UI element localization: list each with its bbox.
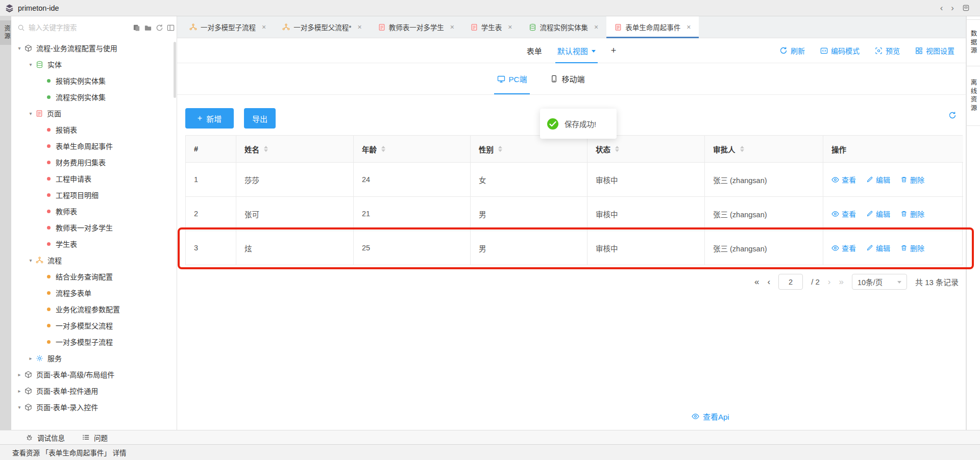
refresh-button[interactable]: 刷新 (779, 45, 805, 56)
table-cell: 3 (186, 231, 236, 265)
rail-tab-resources[interactable]: 资源 (0, 20, 11, 45)
column-header[interactable]: 性别 (471, 136, 587, 163)
expand-arrow-icon[interactable]: ▸ (15, 388, 23, 394)
tree-item[interactable]: 教师表 (11, 203, 174, 219)
sort-icon[interactable] (498, 146, 502, 152)
sort-icon[interactable] (264, 146, 268, 152)
view-settings-button[interactable]: 视图设置 (915, 45, 954, 56)
delete-link[interactable]: 删除 (900, 209, 924, 219)
column-header[interactable]: 状态 (587, 136, 705, 163)
tree-item[interactable]: 学生表 (11, 236, 174, 252)
column-header[interactable]: 姓名 (236, 136, 354, 163)
device-tab-pc[interactable]: PC端 (497, 63, 527, 94)
tree-item[interactable]: 流程实例实体集 (11, 89, 174, 105)
tree-item[interactable]: 一对多模型父流程 (11, 317, 174, 334)
tree-item[interactable]: 教师表一对多学生 (11, 219, 174, 236)
page-size-select[interactable]: 10条/页 (852, 274, 907, 290)
preview-button[interactable]: 预览 (875, 45, 900, 56)
collapse-panel-icon[interactable] (167, 24, 175, 32)
tree-item[interactable]: ▾实体 (11, 56, 174, 72)
prev-page-button[interactable]: ‹ (767, 277, 770, 286)
expand-arrow-icon[interactable]: ▸ (27, 355, 35, 361)
edit-link[interactable]: 编辑 (866, 243, 890, 253)
tree-item[interactable]: 结合业务查询配置 (11, 268, 174, 285)
code-button[interactable]: 编码模式 (820, 45, 860, 56)
form-tab[interactable]: 表单 (527, 38, 542, 63)
expand-arrow-icon[interactable]: ▸ (15, 372, 23, 377)
tree-item[interactable]: ▾流程-业务流程配置与使用 (11, 40, 174, 56)
tree-item[interactable]: ▾流程 (11, 252, 174, 268)
folder-icon[interactable] (144, 24, 152, 32)
edit-link[interactable]: 编辑 (866, 174, 890, 185)
sort-icon[interactable] (381, 146, 385, 152)
tree-item[interactable]: 业务化流程参数配置 (11, 301, 174, 317)
view-link[interactable]: 查看 (831, 174, 856, 185)
close-tab-icon[interactable]: × (508, 23, 512, 31)
editor-tab[interactable]: 一对多模型子流程× (181, 16, 274, 38)
refresh-data-icon[interactable] (948, 111, 957, 119)
collapse-arrow-icon[interactable]: ▾ (27, 258, 35, 263)
tree-item[interactable]: ▸服务 (11, 350, 174, 366)
editor-tab[interactable]: 表单生命周起事件× (606, 16, 699, 38)
tree-item[interactable]: ▸页面-表单-高级/布局组件 (11, 366, 174, 382)
close-tab-icon[interactable]: × (450, 23, 454, 31)
debug-info-tab[interactable]: 调试信息 (26, 432, 65, 443)
next-page-button[interactable]: › (828, 277, 831, 286)
tree-item[interactable]: 流程多表单 (11, 285, 174, 301)
collapse-arrow-icon[interactable]: ▾ (27, 62, 35, 67)
last-page-button[interactable]: » (839, 277, 844, 286)
search-input[interactable] (29, 24, 129, 32)
close-tab-icon[interactable]: × (687, 23, 691, 31)
column-header[interactable]: 审批人 (705, 136, 823, 163)
tree-item[interactable]: 一对多模型子流程 (11, 334, 174, 350)
tree-item[interactable]: ▸页面-表单-控件通用 (11, 382, 174, 399)
column-label: 姓名 (244, 144, 259, 155)
refresh-tree-icon[interactable] (156, 24, 163, 32)
column-header[interactable]: 年龄 (354, 136, 471, 163)
problems-tab[interactable]: 问题 (82, 432, 108, 443)
first-page-button[interactable]: « (754, 277, 759, 286)
nav-forward-icon[interactable]: › (951, 4, 954, 12)
nav-back-icon[interactable]: ‹ (940, 4, 943, 12)
tree-item[interactable]: ▾页面 (11, 105, 174, 121)
copy-resource-icon[interactable] (133, 24, 140, 32)
add-button[interactable]: + 新增 (185, 108, 234, 129)
collapse-arrow-icon[interactable]: ▾ (15, 45, 23, 51)
sidebar-scrollbar[interactable] (174, 42, 176, 98)
close-tab-icon[interactable]: × (594, 23, 598, 31)
table-cell: 审核中 (587, 163, 705, 197)
tree-item[interactable]: 报销表 (11, 121, 174, 138)
view-link[interactable]: 查看 (831, 209, 856, 219)
close-tab-icon[interactable]: × (357, 23, 361, 31)
editor-tab[interactable]: 教师表一对多学生× (370, 16, 462, 38)
flow-orange-icon (282, 23, 290, 31)
editor-tab[interactable]: 流程实例实体集× (521, 16, 607, 38)
close-tab-icon[interactable]: × (262, 23, 266, 31)
tree-item[interactable]: 表单生命周起事件 (11, 138, 174, 154)
save-layout-icon[interactable] (962, 4, 970, 12)
editor-tab[interactable]: 学生表× (462, 16, 521, 38)
sort-icon[interactable] (615, 146, 619, 152)
sort-icon[interactable] (740, 146, 744, 152)
collapse-arrow-icon[interactable]: ▾ (27, 111, 35, 116)
view-link[interactable]: 查看 (831, 243, 856, 253)
tree-item[interactable]: 工程项目明细 (11, 187, 174, 203)
view-tab-default[interactable]: 默认视图 (557, 38, 596, 63)
tree-item[interactable]: 报销实例实体集 (11, 72, 174, 89)
view-api-link[interactable]: 查看Api (692, 411, 729, 422)
add-view-button[interactable]: + (611, 38, 617, 63)
delete-link[interactable]: 删除 (900, 174, 924, 185)
tree-item[interactable]: 工程申请表 (11, 170, 174, 187)
collapse-arrow-icon[interactable]: ▾ (15, 404, 23, 410)
delete-link[interactable]: 删除 (900, 243, 924, 253)
tree-item[interactable]: ▾页面-表单-录入控件 (11, 399, 174, 415)
tree-item[interactable]: 财务费用归集表 (11, 154, 174, 170)
edit-link[interactable]: 编辑 (866, 209, 890, 219)
export-button[interactable]: 导出 (244, 108, 276, 129)
page-input[interactable] (778, 274, 803, 290)
device-tab-mobile[interactable]: 移动端 (550, 63, 584, 94)
rail-tab-datasource[interactable]: 数据源 (967, 19, 980, 66)
editor-tab[interactable]: 一对多模型父流程*× (274, 16, 370, 38)
table-cell: 1 (186, 163, 236, 197)
rail-tab-offline-resources[interactable]: 离线资源 (967, 66, 980, 126)
